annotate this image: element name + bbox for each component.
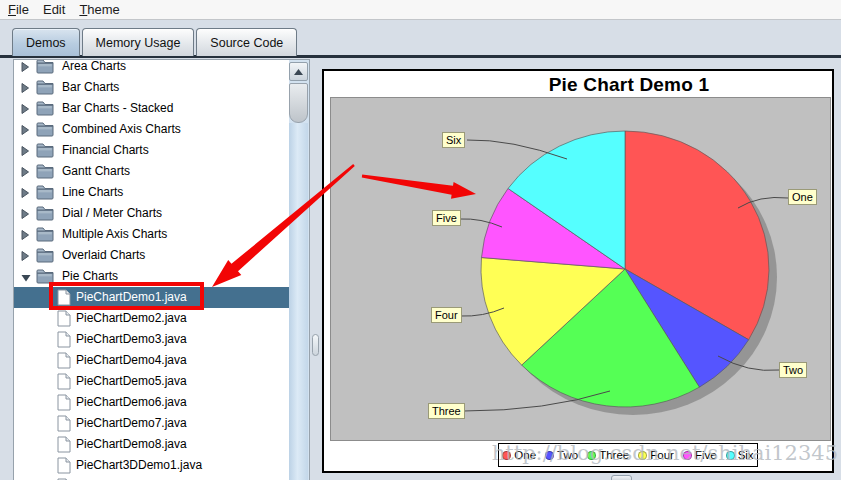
tab-memory-usage[interactable]: Memory Usage	[82, 28, 195, 56]
tree-item-dial-meter-charts[interactable]: Dial / Meter Charts	[14, 203, 289, 224]
tree-item-piechartdemo8-java[interactable]: PieChartDemo8.java	[14, 434, 289, 455]
tree-item-label: Bar Charts	[62, 80, 119, 94]
tree-item-piechartdemo3-java[interactable]: PieChartDemo3.java	[14, 329, 289, 350]
expand-arrow-right-icon[interactable]	[21, 166, 31, 176]
tab-bar: DemosMemory UsageSource Code	[12, 28, 297, 55]
file-icon	[57, 352, 71, 372]
tree-item-label: PieChartDemo7.java	[76, 416, 187, 430]
tree-item-label: Bar Charts - Stacked	[62, 101, 173, 115]
folder-icon	[36, 227, 54, 245]
tree-item-label: PieChartDemo6.java	[76, 395, 187, 409]
tab-source-code[interactable]: Source Code	[196, 28, 297, 56]
legend-label: Two	[557, 449, 578, 461]
legend-dot-five	[683, 451, 692, 460]
tree-item-line-charts[interactable]: Line Charts	[14, 182, 289, 203]
triangle-up-icon	[294, 69, 303, 75]
folder-icon	[36, 80, 54, 98]
scrollbar-thumb[interactable]	[289, 83, 308, 123]
legend-dot-one	[502, 451, 511, 460]
tree-item-label: Dial / Meter Charts	[62, 206, 162, 220]
tree-item-label: PieChartDemo2.java	[76, 311, 187, 325]
tree-item-piechart3ddemo1-java[interactable]: PieChart3DDemo1.java	[14, 455, 289, 476]
legend-label: Three	[599, 449, 629, 461]
menu-file[interactable]: File	[8, 2, 29, 17]
menu-theme[interactable]: Theme	[79, 2, 119, 17]
horizontal-scrollbar-thumb[interactable]	[611, 475, 632, 480]
scrollbar-up-button[interactable]	[289, 62, 308, 81]
pie-label-five: Five	[432, 210, 461, 226]
tree-item-label: Combined Axis Charts	[62, 122, 181, 136]
pie-label-six: Six	[442, 132, 465, 148]
expand-arrow-right-icon[interactable]	[21, 61, 31, 71]
folder-icon	[36, 143, 54, 161]
tree-item-label: Area Charts	[62, 60, 126, 73]
pie-label-three: Three	[428, 403, 465, 419]
split-divider[interactable]	[309, 59, 323, 480]
file-icon	[57, 457, 71, 477]
expand-arrow-right-icon[interactable]	[21, 145, 31, 155]
tree-item-financial-charts[interactable]: Financial Charts	[14, 140, 289, 161]
tree-item-label: Pie Charts	[62, 269, 118, 283]
legend-item-six: Six	[726, 449, 754, 461]
pie-label-four: Four	[431, 307, 462, 323]
divider-grip[interactable]	[312, 334, 319, 356]
demo-tree-panel: Area ChartsBar ChartsBar Charts - Stacke…	[13, 59, 309, 480]
expand-arrow-right-icon[interactable]	[21, 82, 31, 92]
expand-arrow-right-icon[interactable]	[21, 187, 31, 197]
tree-item-multiple-axis-charts[interactable]: Multiple Axis Charts	[14, 224, 289, 245]
expand-arrow-right-icon[interactable]	[21, 208, 31, 218]
tree-item-piechartdemo4-java[interactable]: PieChartDemo4.java	[14, 350, 289, 371]
tab-demos[interactable]: Demos	[12, 28, 80, 56]
tree-item-label: Overlaid Charts	[62, 248, 145, 262]
tree-item-label: PieChart3DDemo1.java	[76, 458, 202, 472]
tree-item-label: Multiple Axis Charts	[62, 227, 167, 241]
folder-icon	[36, 164, 54, 182]
tree-item-overlaid-charts[interactable]: Overlaid Charts	[14, 245, 289, 266]
tree-item-area-charts[interactable]: Area Charts	[14, 60, 289, 77]
tree-item-piechartdemo6-java[interactable]: PieChartDemo6.java	[14, 392, 289, 413]
expand-arrow-right-icon[interactable]	[21, 250, 31, 260]
expand-arrow-right-icon[interactable]	[21, 103, 31, 113]
tree-scrollbar[interactable]	[289, 60, 309, 480]
pie-plot-area: OneTwoThreeFourFiveSix	[330, 97, 831, 441]
tree-item-piechartdemo1-java[interactable]: PieChartDemo1.java	[14, 287, 289, 308]
tree-item-label: Financial Charts	[62, 143, 149, 157]
tree-item-pie-charts[interactable]: Pie Charts	[14, 266, 289, 287]
tree-item-label: PieChartDemo3.java	[76, 332, 187, 346]
file-icon	[57, 331, 71, 351]
folder-icon	[36, 185, 54, 203]
legend-item-two: Two	[545, 449, 578, 461]
tree-item-piechartdemo5-java[interactable]: PieChartDemo5.java	[14, 371, 289, 392]
tree-item-gantt-charts[interactable]: Gantt Charts	[14, 161, 289, 182]
file-icon	[57, 436, 71, 456]
folder-icon	[36, 101, 54, 119]
file-icon	[57, 394, 71, 414]
file-icon	[57, 310, 71, 330]
tree-item-piechartdemo2-java[interactable]: PieChartDemo2.java	[14, 308, 289, 329]
demo-tree: Area ChartsBar ChartsBar Charts - Stacke…	[14, 60, 289, 480]
tree-item-item[interactable]	[14, 476, 289, 480]
tree-item-bar-charts[interactable]: Bar Charts	[14, 77, 289, 98]
legend-item-one: One	[502, 449, 536, 461]
legend-item-three: Three	[587, 449, 629, 461]
file-icon	[57, 415, 71, 435]
legend-label: Four	[650, 449, 674, 461]
folder-icon	[36, 122, 54, 140]
menu-bar: FileEditTheme	[0, 0, 841, 20]
expand-arrow-right-icon[interactable]	[21, 124, 31, 134]
menu-edit[interactable]: Edit	[43, 2, 65, 17]
scrollbar-track[interactable]	[289, 123, 308, 480]
folder-icon	[36, 60, 54, 77]
expand-arrow-down-icon[interactable]	[21, 271, 31, 281]
tree-item-label: PieChartDemo1.java	[76, 290, 187, 304]
pie-chart	[331, 98, 831, 441]
expand-arrow-right-icon[interactable]	[21, 229, 31, 239]
chart-panel: Pie Chart Demo 1 OneTwoThreeFourFiveSix …	[322, 69, 834, 473]
file-icon	[57, 373, 71, 393]
chart-title: Pie Chart Demo 1	[424, 74, 834, 96]
tree-item-piechartdemo7-java[interactable]: PieChartDemo7.java	[14, 413, 289, 434]
tree-item-bar-charts-stacked[interactable]: Bar Charts - Stacked	[14, 98, 289, 119]
legend-dot-four	[638, 451, 647, 460]
tree-item-combined-axis-charts[interactable]: Combined Axis Charts	[14, 119, 289, 140]
legend-label: One	[514, 449, 536, 461]
